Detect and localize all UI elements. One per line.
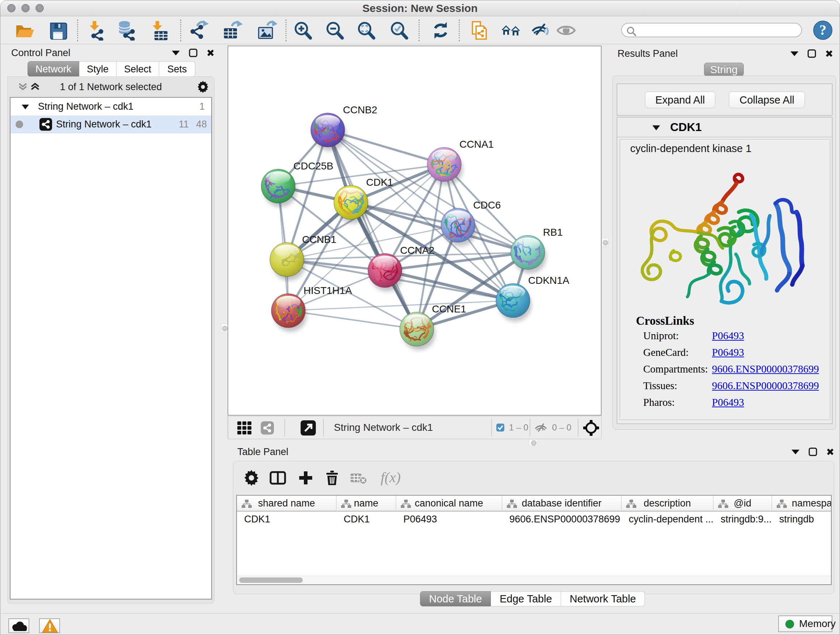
column-header-name[interactable]: name [336, 496, 396, 511]
column-header-description[interactable]: description [622, 496, 714, 511]
edge-CCNE1-HIST1H1A[interactable] [288, 310, 417, 329]
add-column-button[interactable] [297, 469, 314, 486]
tab-sets[interactable]: Sets [159, 61, 195, 77]
string-network-badge-icon[interactable] [260, 421, 275, 435]
crosslink-row: Pharos:P06493 [643, 394, 828, 410]
left-splitter-grip[interactable] [221, 324, 228, 333]
table-cell[interactable]: stringdb [772, 511, 832, 527]
hide-selected-button[interactable] [531, 20, 551, 41]
save-session-button[interactable] [48, 20, 68, 41]
memory-label: Memory [799, 616, 836, 631]
protein-section-header[interactable]: CDK1 [617, 117, 832, 137]
refresh-button[interactable] [431, 20, 451, 41]
node-CDKN1A[interactable]: CDKN1A [496, 275, 569, 321]
export-table-button[interactable] [223, 20, 243, 41]
node-CCNB1[interactable]: CCNB1 [270, 234, 336, 280]
toolbar-separator [284, 418, 285, 437]
zoom-out-button[interactable] [325, 20, 345, 41]
crosslink-link[interactable]: P06493 [712, 330, 744, 341]
collapse-all-button[interactable]: Collapse All [729, 92, 805, 108]
grid-view-icon[interactable] [236, 420, 253, 436]
node-CCNA1[interactable]: CCNA1 [427, 139, 494, 185]
export-network-button[interactable] [189, 20, 210, 41]
table-row[interactable]: CDK1CDK1P064939606.ENSP00000378699cyclin… [237, 511, 832, 527]
column-header-namespace[interactable]: namespace [772, 496, 832, 511]
tab-node-table[interactable]: Node Table [420, 591, 491, 606]
column-header-shared-name[interactable]: shared name [237, 496, 336, 511]
table-cell[interactable]: cyclin-dependent ... [622, 511, 714, 527]
node-RB1[interactable]: RB1 [511, 226, 562, 273]
results-panel-menu-icon[interactable] [790, 49, 799, 58]
edge-CCNE1-CCNB2[interactable] [328, 130, 417, 329]
zoom-selected-button[interactable] [389, 20, 409, 41]
tab-style[interactable]: Style [79, 61, 117, 77]
tab-string[interactable]: String [704, 63, 744, 76]
crosslink-link[interactable]: 9606.ENSP00000378699 [712, 380, 819, 391]
column-header-canonical-name[interactable]: canonical name [396, 496, 502, 511]
zoom-in-button[interactable] [293, 20, 313, 41]
birdseye-view-icon[interactable] [583, 420, 600, 436]
table-settings-button[interactable] [243, 469, 260, 486]
column-header-database-identifier[interactable]: database identifier [502, 496, 622, 511]
open-session-button[interactable] [14, 20, 35, 41]
table-cell[interactable]: 9606.ENSP00000378699 [502, 511, 622, 527]
cloud-button[interactable] [8, 618, 29, 633]
table-panel-close-icon[interactable] [826, 447, 835, 456]
help-icon [813, 20, 833, 40]
crosslink-label: GeneCard: [643, 344, 712, 361]
import-network-database-button[interactable] [116, 20, 136, 41]
column-header--id[interactable]: @id [714, 496, 772, 511]
help-button[interactable] [813, 20, 833, 40]
network-tree-row[interactable]: String Network – cdk11 [11, 98, 211, 116]
crosslink-link[interactable]: 9606.ENSP00000378699 [712, 363, 819, 375]
tab-select[interactable]: Select [117, 61, 159, 77]
table-panel-menu-icon[interactable] [791, 447, 800, 456]
table-cell[interactable]: CDK1 [237, 511, 336, 527]
clone-network-button[interactable] [470, 20, 490, 41]
table-cell[interactable]: P06493 [396, 511, 502, 527]
tree-expand-caret-icon[interactable] [21, 104, 29, 110]
network-options-gear-icon[interactable] [197, 81, 209, 93]
control-panel-close-icon[interactable] [206, 48, 215, 57]
split-columns-button[interactable] [269, 469, 286, 486]
first-neighbors-button[interactable] [501, 20, 521, 41]
control-panel-float-icon[interactable] [188, 48, 198, 57]
export-image-button[interactable] [257, 20, 278, 41]
crosslink-link[interactable]: P06493 [712, 396, 744, 408]
hidden-eye-icon[interactable] [534, 421, 547, 434]
tab-edge-table[interactable]: Edge Table [491, 591, 561, 606]
toolbar-separator [323, 418, 324, 437]
selected-checkbox-icon[interactable] [496, 423, 505, 432]
network-tree-row[interactable]: String Network – cdk11148 [11, 116, 211, 133]
function-builder-button[interactable] [379, 469, 405, 486]
open-in-window-icon[interactable] [300, 420, 317, 436]
warnings-button[interactable] [39, 618, 60, 633]
table-horizontal-scrollbar[interactable] [237, 576, 831, 584]
results-panel-close-icon[interactable] [824, 49, 834, 58]
zoom-fit-icon [356, 20, 376, 41]
tab-network-table[interactable]: Network Table [561, 591, 645, 606]
crosslink-link[interactable]: P06493 [712, 347, 744, 358]
table-panel-float-icon[interactable] [808, 447, 818, 456]
delete-table-button[interactable] [350, 469, 367, 486]
memory-button[interactable]: Memory [778, 616, 832, 632]
tab-network[interactable]: Network [27, 61, 79, 77]
table-cell[interactable]: stringdb:9... [714, 511, 772, 527]
network-canvas[interactable]: CCNB2CCNA1CDC25BCDK1CDC6RB1CCNB1CCNA2CDK… [227, 46, 602, 416]
hidden-nodes-edges-count: 0 – 0 [552, 416, 571, 439]
results-panel-float-icon[interactable] [807, 49, 816, 58]
network-graph[interactable]: CCNB2CCNA1CDC25BCDK1CDC6RB1CCNB1CCNA2CDK… [228, 46, 601, 415]
table-scrollbar-thumb[interactable] [239, 578, 303, 583]
zoom-fit-button[interactable] [356, 20, 376, 41]
control-panel-menu-icon[interactable] [171, 48, 180, 57]
expand-all-button[interactable]: Expand All [645, 92, 715, 108]
search-input[interactable] [638, 24, 798, 36]
bottom-splitter-grip[interactable] [529, 439, 538, 446]
import-network-button[interactable] [85, 20, 105, 41]
show-graphics-details-button[interactable] [556, 20, 576, 41]
delete-column-button[interactable] [324, 469, 341, 486]
node-CCNE1[interactable]: CCNE1 [400, 303, 466, 350]
import-table-button[interactable] [148, 20, 168, 41]
table-cell[interactable]: CDK1 [336, 511, 396, 527]
save-session-icon [48, 20, 68, 41]
